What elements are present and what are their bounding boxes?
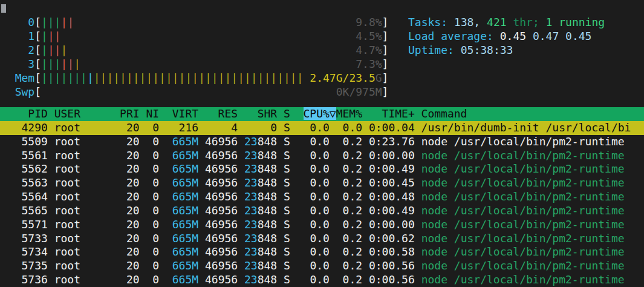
process-row-5735[interactable]: 5735 root 20 0 665M 46956 23848 S 0.0 0.… [0,259,644,273]
sort-column-cpu[interactable]: CPU%▽ [304,107,336,120]
scrollback-indicator [1,4,6,13]
swap-meter: Swp[ 0K/975M] [2,85,388,99]
table-header-row[interactable]: PID USER PRI NI VIRT RES SHR S CPU%▽MEM%… [0,107,644,121]
process-row-5564[interactable]: 5564 root 20 0 665M 46956 23848 S 0.0 0.… [0,190,644,204]
uptime-line: Uptime: 05:38:33 [408,43,605,57]
htop-terminal: 0[||||| 9.8%] 1[||| 4.5%] 2[|||| 4.7%] 3… [0,0,644,287]
cpu-meter-1: 1[||| 4.5%] [2,29,388,43]
process-table: PID USER PRI NI VIRT RES SHR S CPU%▽MEM%… [0,107,644,287]
cpu-meter-2: 2[|||| 4.7%] [2,43,388,57]
load-average-line: Load average: 0.45 0.47 0.45 [408,29,605,43]
tasks-line: Tasks: 138, 421 thr; 1 running [408,15,605,29]
cpu-meter-0: 0[||||| 9.8%] [2,15,388,29]
process-row-5565[interactable]: 5565 root 20 0 665M 46956 23848 S 0.0 0.… [0,204,644,218]
process-row-5563[interactable]: 5563 root 20 0 665M 46956 23848 S 0.0 0.… [0,176,644,190]
process-row-5736[interactable]: 5736 root 20 0 665M 46956 23848 S 0.0 0.… [0,273,644,287]
process-row-5571[interactable]: 5571 root 20 0 665M 46956 23848 S 0.0 0.… [0,218,644,232]
process-row-5509[interactable]: 5509 root 20 0 665M 46956 23848 S 0.0 0.… [0,135,644,149]
process-row-5562[interactable]: 5562 root 20 0 665M 46956 23848 S 0.0 0.… [0,162,644,176]
process-row-5561[interactable]: 5561 root 20 0 665M 46956 23848 S 0.0 0.… [0,149,644,163]
process-row-4290[interactable]: 4290 root 20 0 216 4 0 S 0.0 0.0 0:00.04… [0,121,644,135]
process-row-5733[interactable]: 5733 root 20 0 665M 46956 23848 S 0.0 0.… [0,232,644,246]
process-row-5734[interactable]: 5734 root 20 0 665M 46956 23848 S 0.0 0.… [0,245,644,259]
cpu-meter-3: 3[|||||| 7.3%] [2,57,388,71]
memory-meter: Mem[||||||||||||||||||||||||||||||||||||… [2,71,388,85]
meter-section: 0[||||| 9.8%] 1[||| 4.5%] 2[|||| 4.7%] 3… [2,15,388,99]
summary-section: Tasks: 138, 421 thr; 1 runningLoad avera… [408,15,605,57]
